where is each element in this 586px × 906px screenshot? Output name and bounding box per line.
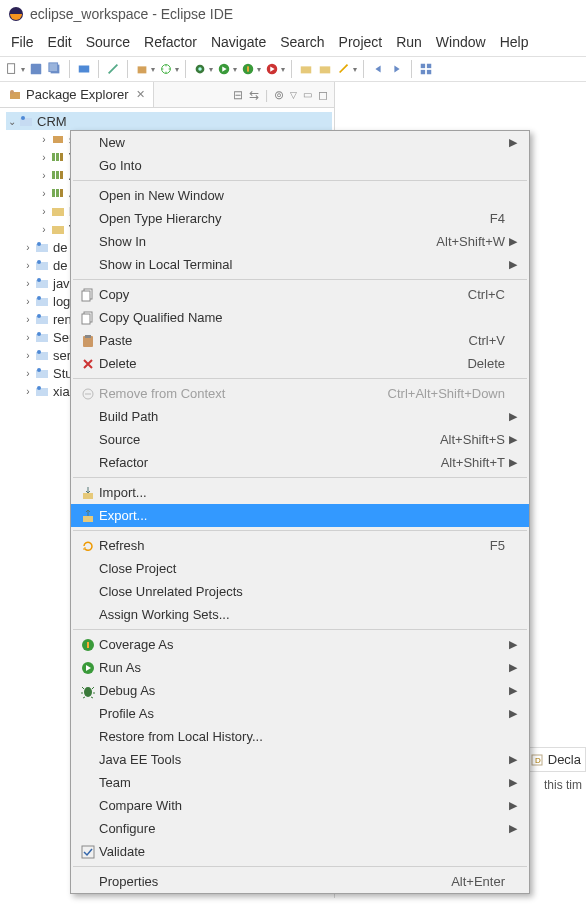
dropdown-arrow-icon[interactable]: ▾ bbox=[281, 65, 285, 74]
close-icon[interactable]: ✕ bbox=[136, 88, 145, 101]
context-item-close-project[interactable]: Close Project bbox=[71, 557, 529, 580]
menu-project[interactable]: Project bbox=[332, 30, 390, 54]
context-item-configure[interactable]: Configure ▶ bbox=[71, 817, 529, 840]
view-menu-icon[interactable]: ▽ bbox=[290, 90, 297, 100]
grid-icon[interactable] bbox=[418, 61, 434, 77]
context-label: Close Project bbox=[99, 561, 509, 576]
context-item-team[interactable]: Team ▶ bbox=[71, 771, 529, 794]
submenu-arrow-icon: ▶ bbox=[509, 661, 523, 674]
maximize-icon[interactable]: ◻ bbox=[318, 88, 328, 102]
dropdown-arrow-icon[interactable]: ▾ bbox=[257, 65, 261, 74]
context-label: Export... bbox=[99, 508, 509, 523]
dropdown-arrow-icon[interactable]: ▾ bbox=[353, 65, 357, 74]
dropdown-arrow-icon[interactable]: ▾ bbox=[175, 65, 179, 74]
declaration-tab[interactable]: D Decla bbox=[525, 747, 586, 772]
context-item-restore-from-local-history[interactable]: Restore from Local History... bbox=[71, 725, 529, 748]
context-label: Team bbox=[99, 775, 509, 790]
context-item-validate[interactable]: Validate bbox=[71, 840, 529, 863]
context-item-open-in-new-window[interactable]: Open in New Window bbox=[71, 184, 529, 207]
package-explorer-icon bbox=[8, 88, 22, 102]
step-icon[interactable] bbox=[370, 61, 386, 77]
context-item-go-into[interactable]: Go Into bbox=[71, 154, 529, 177]
step2-icon[interactable] bbox=[389, 61, 405, 77]
context-item-refactor[interactable]: Refactor Alt+Shift+T▶ bbox=[71, 451, 529, 474]
context-item-close-unrelated-projects[interactable]: Close Unrelated Projects bbox=[71, 580, 529, 603]
svg-rect-69 bbox=[82, 846, 94, 858]
menu-window[interactable]: Window bbox=[429, 30, 493, 54]
coverage-icon[interactable] bbox=[240, 61, 256, 77]
svg-point-23 bbox=[21, 116, 25, 120]
context-item-show-in-local-terminal[interactable]: Show in Local Terminal ▶ bbox=[71, 253, 529, 276]
dropdown-arrow-icon[interactable]: ▾ bbox=[151, 65, 155, 74]
package-icon[interactable] bbox=[134, 61, 150, 77]
external-icon[interactable] bbox=[264, 61, 280, 77]
context-item-run-as[interactable]: Run As ▶ bbox=[71, 656, 529, 679]
dropdown-arrow-icon[interactable]: ▾ bbox=[209, 65, 213, 74]
svg-point-43 bbox=[37, 296, 41, 300]
menu-edit[interactable]: Edit bbox=[41, 30, 79, 54]
menu-help[interactable]: Help bbox=[493, 30, 536, 54]
new-icon[interactable] bbox=[4, 61, 20, 77]
debug-icon[interactable] bbox=[192, 61, 208, 77]
context-item-coverage-as[interactable]: Coverage As ▶ bbox=[71, 633, 529, 656]
save-all-icon[interactable] bbox=[47, 61, 63, 77]
dropdown-arrow-icon[interactable]: ▾ bbox=[233, 65, 237, 74]
pen-icon[interactable] bbox=[336, 61, 352, 77]
menu-run[interactable]: Run bbox=[389, 30, 429, 54]
package-explorer-tab[interactable]: Package Explorer ✕ bbox=[0, 82, 154, 107]
paste-icon bbox=[77, 333, 99, 349]
menu-search[interactable]: Search bbox=[273, 30, 331, 54]
menu-navigate[interactable]: Navigate bbox=[204, 30, 273, 54]
svg-rect-24 bbox=[53, 136, 63, 143]
build-icon[interactable] bbox=[158, 61, 174, 77]
collapse-all-icon[interactable]: ⊟ bbox=[233, 88, 243, 102]
context-item-paste[interactable]: Paste Ctrl+V bbox=[71, 329, 529, 352]
svg-point-37 bbox=[37, 242, 41, 246]
submenu-arrow-icon: ▶ bbox=[509, 638, 523, 651]
context-item-source[interactable]: Source Alt+Shift+S▶ bbox=[71, 428, 529, 451]
link-editor-icon[interactable]: ⇆ bbox=[249, 88, 259, 102]
context-item-export[interactable]: Export... bbox=[71, 504, 529, 527]
context-item-copy[interactable]: Copy Ctrl+C bbox=[71, 283, 529, 306]
menu-file[interactable]: File bbox=[4, 30, 41, 54]
context-label: Open Type Hierarchy bbox=[99, 211, 490, 226]
folder1-icon[interactable] bbox=[298, 61, 314, 77]
context-item-copy-qualified-name[interactable]: Copy Qualified Name bbox=[71, 306, 529, 329]
context-item-open-type-hierarchy[interactable]: Open Type Hierarchy F4 bbox=[71, 207, 529, 230]
context-item-assign-working-sets[interactable]: Assign Working Sets... bbox=[71, 603, 529, 626]
context-item-import[interactable]: Import... bbox=[71, 481, 529, 504]
context-item-java-ee-tools[interactable]: Java EE Tools ▶ bbox=[71, 748, 529, 771]
folder2-icon[interactable] bbox=[317, 61, 333, 77]
wand-icon[interactable] bbox=[105, 61, 121, 77]
context-label: Refactor bbox=[99, 455, 441, 470]
minimize-icon[interactable]: ▭ bbox=[303, 89, 312, 100]
context-item-new[interactable]: New ▶ bbox=[71, 131, 529, 154]
title-bar: eclipse_workspace - Eclipse IDE bbox=[0, 0, 586, 28]
separator bbox=[73, 629, 527, 630]
run-icon[interactable] bbox=[216, 61, 232, 77]
tree-item-crm[interactable]: ⌄ CRM bbox=[6, 112, 332, 130]
svg-rect-14 bbox=[301, 66, 312, 73]
context-item-properties[interactable]: Properties Alt+Enter bbox=[71, 870, 529, 893]
window-title: eclipse_workspace - Eclipse IDE bbox=[30, 6, 233, 22]
context-item-delete[interactable]: Delete Delete bbox=[71, 352, 529, 375]
focus-icon[interactable]: ⊚ bbox=[274, 88, 284, 102]
context-item-refresh[interactable]: Refresh F5 bbox=[71, 534, 529, 557]
menu-source[interactable]: Source bbox=[79, 30, 137, 54]
context-item-debug-as[interactable]: Debug As ▶ bbox=[71, 679, 529, 702]
toggle-icon[interactable] bbox=[76, 61, 92, 77]
context-item-build-path[interactable]: Build Path ▶ bbox=[71, 405, 529, 428]
dropdown-arrow-icon[interactable]: ▾ bbox=[21, 65, 25, 74]
menu-refactor[interactable]: Refactor bbox=[137, 30, 204, 54]
separator bbox=[73, 180, 527, 181]
context-shortcut: Ctrl+Alt+Shift+Down bbox=[388, 386, 509, 401]
separator bbox=[363, 60, 364, 78]
expand-icon[interactable]: ⌄ bbox=[6, 116, 18, 127]
svg-point-51 bbox=[37, 368, 41, 372]
context-item-remove-from-context[interactable]: Remove from Context Ctrl+Alt+Shift+Down bbox=[71, 382, 529, 405]
context-item-compare-with[interactable]: Compare With ▶ bbox=[71, 794, 529, 817]
separator bbox=[73, 477, 527, 478]
save-icon[interactable] bbox=[28, 61, 44, 77]
context-item-profile-as[interactable]: Profile As ▶ bbox=[71, 702, 529, 725]
context-item-show-in[interactable]: Show In Alt+Shift+W▶ bbox=[71, 230, 529, 253]
